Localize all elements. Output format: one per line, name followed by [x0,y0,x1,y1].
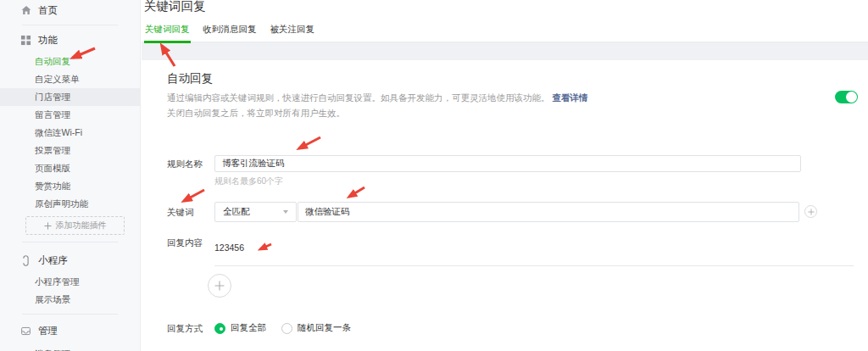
home-icon [19,4,32,17]
sidebar-item-miniprogram-manage[interactable]: 小程序管理 [0,273,140,291]
radio-reply-random[interactable] [281,323,292,334]
add-reply-content-button[interactable] [208,274,231,298]
sidebar-section-label: 小程序 [38,254,68,267]
sidebar-manage-list: 消息管理 [0,345,140,351]
sidebar-item-custom-menu[interactable]: 自定义菜单 [0,70,140,88]
sidebar-item-auto-reply[interactable]: 自动回复 [0,53,140,70]
sidebar-item-message-manage[interactable]: 消息管理 [0,345,140,351]
add-keyword-button[interactable] [804,205,817,218]
keyword-input[interactable] [298,202,799,222]
tab-follow-reply[interactable]: 被关注回复 [270,24,316,43]
page-header: 关键词回复 关键词回复 收到消息回复 被关注回复 [142,0,868,42]
add-plugin-button[interactable]: 添加功能插件 [25,216,125,235]
card-title: 自动回复 [167,71,213,86]
rule-name-hint: 规则名最多60个字 [214,176,283,187]
content-background [142,42,868,60]
keyword-label: 关键词 [167,202,194,222]
add-plugin-label: 添加功能插件 [56,220,107,231]
radio-reply-random-label[interactable]: 随机回复一条 [298,322,351,334]
tab-bar: 关键词回复 收到消息回复 被关注回复 [144,24,315,43]
sidebar-section-label: 管理 [38,325,58,337]
auto-reply-toggle[interactable] [835,91,858,103]
sidebar-item-wifi[interactable]: 微信连Wi-Fi [0,124,140,142]
grid-icon [19,34,32,47]
sidebar-item-reward[interactable]: 赞赏功能 [0,177,140,195]
sidebar-feature-list: 自动回复 自定义菜单 门店管理 留言管理 微信连Wi-Fi 投票管理 页面模版 … [0,53,140,213]
sidebar-item-original-statement[interactable]: 原创声明功能 [0,195,140,213]
sidebar-item-comment-manage[interactable]: 留言管理 [0,106,140,124]
tab-keyword-reply[interactable]: 关键词回复 [144,24,191,43]
auto-reply-card: 自动回复 通过编辑内容或关键词规则，快速进行自动回复设置。如具备开发能力，可更灵… [142,60,868,351]
toggle-knob [846,92,857,103]
main-content: 关键词回复 关键词回复 收到消息回复 被关注回复 自动回复 通过编辑内容或关键词… [142,0,868,351]
radio-reply-all-label[interactable]: 回复全部 [231,322,266,334]
description-text: 通过编辑内容或关键词规则，快速进行自动回复设置。如具备开发能力，可更灵活地使用该… [167,92,550,103]
sidebar-divider [22,314,118,315]
rule-name-label: 规则名称 [167,155,203,172]
sidebar-section-label: 功能 [38,34,58,47]
reply-content-value: 123456 [214,242,244,253]
match-type-value: 全匹配 [223,206,250,218]
sidebar-item-display-scene[interactable]: 展示场景 [0,291,140,309]
inbox-icon [19,325,32,337]
page-title: 关键词回复 [144,0,206,14]
sidebar-item-store-manage[interactable]: 门店管理 [0,88,140,106]
wechat-mp-admin-page: 首页 功能 自动回复 自定义菜单 门店管理 留言管理 微信连Wi-Fi 投票管理… [0,0,868,351]
card-description-2: 关闭自动回复之后，将立即对所有用户生效。 [167,108,345,120]
sidebar-item-home[interactable]: 首页 [0,1,140,20]
content-divider [214,265,854,266]
reply-content-label: 回复内容 [167,237,203,249]
sidebar-item-label: 首页 [38,4,58,17]
reply-mode-label: 回复方式 [167,322,203,334]
plus-icon [44,222,52,230]
sidebar-miniprogram-list: 小程序管理 展示场景 [0,273,140,309]
radio-reply-all[interactable] [214,323,225,334]
view-details-link[interactable]: 查看详情 [552,92,587,103]
sidebar-divider [22,242,118,242]
reply-mode-options: 回复全部 随机回复一条 [214,322,366,334]
sidebar-section-manage[interactable]: 管理 [0,321,140,340]
card-description: 通过编辑内容或关键词规则，快速进行自动回复设置。如具备开发能力，可更灵活地使用该… [167,92,587,104]
sidebar-section-features[interactable]: 功能 [0,31,140,49]
chevron-down-icon [283,210,288,214]
sidebar-divider [22,25,118,25]
match-type-select[interactable]: 全匹配 [214,202,297,222]
plus-icon [214,281,225,291]
sidebar-section-miniprogram[interactable]: 小程序 [0,251,140,270]
tab-message-reply[interactable]: 收到消息回复 [203,24,258,43]
rule-name-input[interactable] [214,155,801,172]
miniprogram-icon [19,254,32,267]
sidebar-item-vote-manage[interactable]: 投票管理 [0,142,140,159]
plus-icon [808,209,815,215]
sidebar: 首页 功能 自动回复 自定义菜单 门店管理 留言管理 微信连Wi-Fi 投票管理… [0,0,141,351]
sidebar-item-page-template[interactable]: 页面模版 [0,159,140,177]
